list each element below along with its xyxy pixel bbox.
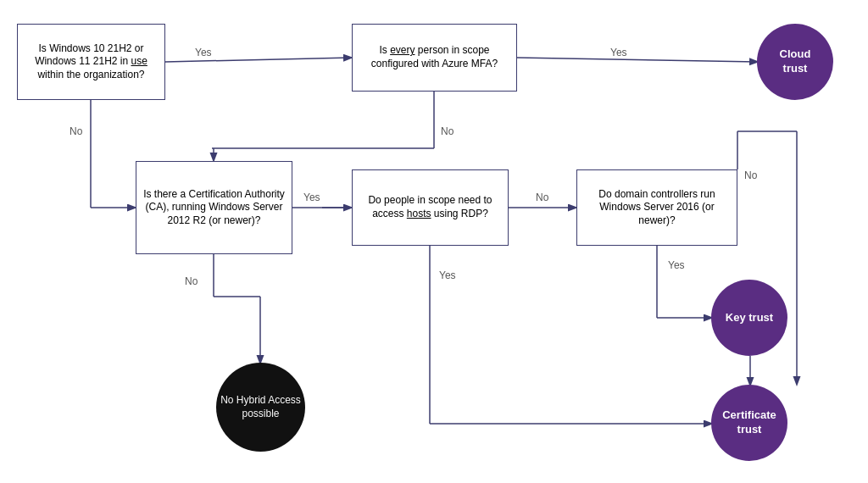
label-yes-1: Yes — [195, 47, 212, 58]
svg-line-0 — [165, 58, 351, 62]
box-rdp-access-text: Do people in scope need to access hosts … — [359, 194, 501, 220]
key-trust-circle: Key trust — [711, 280, 787, 356]
label-no-5: No — [744, 169, 757, 181]
label-yes-2: Yes — [610, 47, 627, 58]
svg-line-1 — [517, 58, 757, 62]
no-hybrid-access-circle: No Hybrid Access possible — [216, 363, 305, 452]
certificate-trust-label: Certificate trust — [711, 408, 787, 437]
box-azure-mfa-text: Is every person in scope configured with… — [359, 44, 509, 70]
box-domain-controllers: Do domain controllers run Windows Server… — [576, 169, 737, 246]
label-yes-4: Yes — [439, 269, 456, 281]
flowchart-diagram: Is Windows 10 21H2 or Windows 11 21H2 in… — [0, 0, 868, 483]
cloud-trust-circle: Cloudtrust — [757, 24, 833, 100]
cloud-trust-label: Cloudtrust — [780, 47, 811, 76]
label-no-4: No — [536, 192, 548, 203]
key-trust-label: Key trust — [726, 311, 773, 325]
certificate-trust-circle: Certificate trust — [711, 385, 787, 461]
box-azure-mfa: Is every person in scope configured with… — [352, 24, 517, 92]
label-no-1: No — [70, 125, 82, 137]
label-no-3: No — [185, 275, 198, 287]
label-yes-3: Yes — [303, 192, 320, 203]
box-domain-controllers-text: Do domain controllers run Windows Server… — [584, 188, 730, 228]
box-cert-authority-text: Is there a Certification Authority (CA),… — [143, 188, 285, 228]
label-no-2: No — [441, 125, 453, 137]
box-rdp-access: Do people in scope need to access hosts … — [352, 169, 509, 246]
label-yes-5: Yes — [668, 259, 685, 271]
box-windows-version: Is Windows 10 21H2 or Windows 11 21H2 in… — [17, 24, 165, 100]
box-windows-version-text: Is Windows 10 21H2 or Windows 11 21H2 in… — [25, 42, 158, 82]
no-hybrid-access-label: No Hybrid Access possible — [216, 394, 305, 420]
box-cert-authority: Is there a Certification Authority (CA),… — [136, 161, 292, 254]
